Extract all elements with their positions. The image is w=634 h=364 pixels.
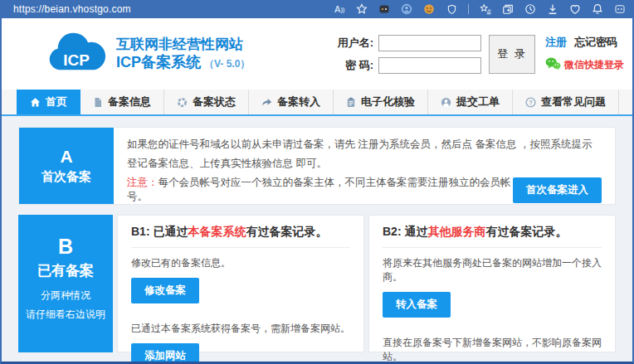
badge-b-subtitle-2: 请仔细看右边说明 xyxy=(26,308,105,322)
note-label: 注意： xyxy=(127,177,158,188)
transfer-filing-button[interactable]: 转入备案 xyxy=(383,292,451,318)
notifications-bell-icon[interactable] xyxy=(592,3,603,15)
modify-filing-button[interactable]: 修改备案 xyxy=(131,278,199,303)
first-filing-section: A 首次备案 如果您的证件号和域名以前从未申请过备案，请先 注册为系统会员，然后… xyxy=(18,127,616,205)
b2-row2-text: 直接在原备案号下新增备案网站，不影响原备案网站。 xyxy=(383,336,602,364)
transfer-arrow-icon xyxy=(261,97,272,107)
version-label: （V- 5.0） xyxy=(204,58,250,70)
site-title-line1: 互联网非经营性网站 xyxy=(116,36,250,53)
add-favorite-star-icon[interactable] xyxy=(356,3,368,15)
tab-label: 提交工单 xyxy=(456,95,500,109)
badge-b: B 已有备案 分两种情况 请仔细看右边说明 xyxy=(18,215,113,352)
first-filing-body: 如果您的证件号和域名以前从未申请过备案，请先 注册为系统会员，然后点 备案信息 … xyxy=(114,128,615,204)
tab-label: 电子化核验 xyxy=(361,95,415,109)
toolbar-separator xyxy=(468,4,469,14)
browser-address-bar: https://beian.vhostgo.com A)) xyxy=(2,0,632,18)
url-text[interactable]: https://beian.vhostgo.com xyxy=(13,3,131,15)
tab-home[interactable]: 首页 xyxy=(17,90,80,114)
profile-icon[interactable] xyxy=(401,3,412,15)
b1-card: B1: 已通过本备案系统有过备案记录。 修改已有的备案信息。 修改备案 已通过本… xyxy=(117,215,364,352)
wechat-login-label: 微信快捷登录 xyxy=(564,58,624,72)
tab-e-verification[interactable]: 电子化核验 xyxy=(334,90,428,114)
browser-window: https://beian.vhostgo.com A)) xyxy=(0,0,634,364)
browser-health-icon[interactable] xyxy=(569,3,581,15)
collections-icon[interactable] xyxy=(502,3,514,15)
status-ring-icon xyxy=(177,97,188,108)
forgot-password-link[interactable]: 忘记密码 xyxy=(574,36,617,48)
history-icon[interactable] xyxy=(524,3,536,15)
read-aloud-icon[interactable]: A)) xyxy=(334,3,345,15)
icp-cloud-logo: ICP xyxy=(45,29,108,79)
browser-toolbar-icons: A)) xyxy=(334,3,626,15)
b1-heading: B1: 已通过本备案系统有过备案记录。 xyxy=(131,225,350,240)
password-input[interactable] xyxy=(378,57,481,74)
site-header: ICP 互联网非经营性网站 ICP备案系统（V- 5.0） 用户名: 密 码: … xyxy=(2,18,632,90)
badge-b-subtitle-1: 分两种情况 xyxy=(41,289,90,303)
username-label: 用户名: xyxy=(330,36,373,51)
tab-filing-info[interactable]: 备案信息 xyxy=(80,90,164,114)
badge-a: A 首次备案 xyxy=(19,128,114,204)
b1-row2-text: 已通过本备案系统获得备案号，需新增备案网站。 xyxy=(131,322,350,336)
login-button[interactable]: 登 录 xyxy=(489,35,535,74)
username-input[interactable] xyxy=(378,35,481,51)
first-filing-description: 如果您的证件号和域名以前从未申请过备案，请先 注册为系统会员，然后点 备案信息 … xyxy=(127,135,602,173)
divider xyxy=(131,247,350,248)
tab-label: 备案信息 xyxy=(108,95,151,109)
browser-essentials-icon[interactable] xyxy=(378,3,390,15)
badge-b-letter: B xyxy=(58,235,73,259)
password-label: 密 码: xyxy=(330,58,373,73)
first-filing-note: 注意：每个会员帐号对应一个独立的备案主体，不同主体备案需要注册独立的会员帐号。 xyxy=(127,176,513,204)
site-title-line2: ICP备案系统（V- 5.0） xyxy=(116,53,250,72)
tab-submit-ticket[interactable]: 提交工单 xyxy=(428,90,513,114)
tab-label: 备案状态 xyxy=(193,95,236,109)
tab-label: 备案转入 xyxy=(277,95,320,109)
shield-icon[interactable] xyxy=(446,3,457,15)
register-link[interactable]: 注册 xyxy=(545,36,567,48)
b1-add-website-button[interactable]: 添加网站 xyxy=(131,343,199,364)
b2-heading: B2: 通过其他服务商有过备案记录。 xyxy=(383,225,602,240)
person-icon xyxy=(441,97,451,108)
favorites-list-icon[interactable] xyxy=(480,3,491,15)
tab-filing-status[interactable]: 备案状态 xyxy=(164,90,249,114)
b1-row1-text: 修改已有的备案信息。 xyxy=(131,256,350,270)
svg-text:?: ? xyxy=(529,99,533,106)
tab-label: 查看常见问题 xyxy=(541,95,606,109)
wechat-icon xyxy=(545,57,561,73)
tab-filing-transfer[interactable]: 备案转入 xyxy=(249,90,334,114)
tab-label: 首页 xyxy=(46,95,67,109)
logo-text: ICP xyxy=(63,51,90,69)
badge-a-letter: A xyxy=(60,147,72,167)
question-circle-icon: ? xyxy=(525,97,536,108)
existing-filing-section: B 已有备案 分两种情况 请仔细看右边说明 B1: 已通过本备案系统有过备案记录… xyxy=(18,215,616,352)
apps-icon[interactable] xyxy=(614,3,626,15)
b1-heading-highlight: 本备案系统 xyxy=(188,225,246,238)
wechat-login[interactable]: 微信快捷登录 xyxy=(545,57,624,73)
emoji-face-icon[interactable] xyxy=(423,3,435,15)
b2-card: B2: 通过其他服务商有过备案记录。 将原来在其他服务商处已备案的网站增加一个接… xyxy=(368,215,616,352)
site-titles: 互联网非经营性网站 ICP备案系统（V- 5.0） xyxy=(116,36,250,72)
downloads-icon[interactable] xyxy=(547,3,558,15)
document-icon xyxy=(93,97,103,108)
b2-row1-text: 将原来在其他服务商处已备案的网站增加一个接入商。 xyxy=(383,256,602,284)
main-nav: 首页 备案信息 备案状态 备案转入 电子化核验 提交工单 ? 查看常见问题 xyxy=(2,90,632,116)
first-filing-enter-button[interactable]: 首次备案进入 xyxy=(513,177,602,203)
b2-heading-highlight: 其他服务商 xyxy=(427,225,485,238)
clipboard-icon xyxy=(346,97,356,108)
home-icon xyxy=(30,97,41,108)
badge-b-title: 已有备案 xyxy=(37,261,94,280)
login-panel: 用户名: 密 码: 登 录 注册忘记密码 微信快捷登录 xyxy=(330,35,624,74)
badge-a-title: 首次备案 xyxy=(41,169,91,185)
divider xyxy=(383,247,602,248)
tab-faq[interactable]: ? 查看常见问题 xyxy=(513,90,619,114)
main-content: A 首次备案 如果您的证件号和域名以前从未申请过备案，请先 注册为系统会员，然后… xyxy=(2,116,632,352)
